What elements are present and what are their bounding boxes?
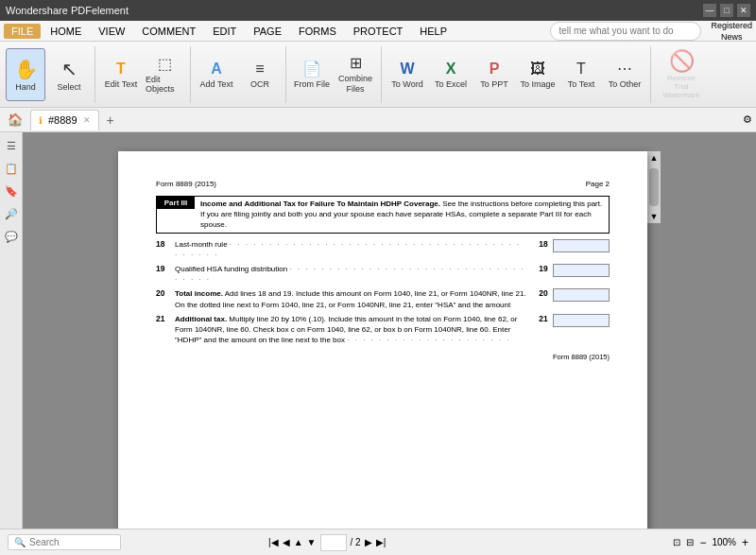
document-tab[interactable]: ℹ #8889 ✕ xyxy=(30,110,99,130)
select-label: Select xyxy=(57,82,80,92)
toolbar-group-basic: ✋ Hand ↖ Select xyxy=(6,46,95,103)
home-nav-button[interactable]: 🏠 xyxy=(4,111,26,129)
page-total-label: / 2 xyxy=(351,537,361,547)
menu-home[interactable]: HOME xyxy=(43,24,89,39)
status-bar: 🔍 |◀ ◀ ▲ ▼ 2 / 2 ▶ ▶| ⊡ ⊟ − 100% + xyxy=(0,529,756,555)
current-page-input[interactable]: 2 xyxy=(320,534,347,551)
add-text-button[interactable]: A Add Text xyxy=(197,48,236,101)
from-file-icon: 📄 xyxy=(302,60,321,78)
pdf-page: Form 8889 (2015) Page 2 Part III Income … xyxy=(118,151,647,529)
scroll-down-button[interactable]: ▼ xyxy=(648,210,661,223)
row-19-desc: Qualified HSA funding distribution · · ·… xyxy=(175,264,534,285)
fit-width-icon[interactable]: ⊟ xyxy=(686,537,694,547)
left-sidebar: ☰ 📋 🔖 🔎 💬 xyxy=(0,132,23,529)
to-other-button[interactable]: ⋯ To Other xyxy=(605,48,644,101)
row-19-label: 19 xyxy=(534,264,553,273)
toolbar-group-files: 📄 From File ⊞ CombineFiles xyxy=(292,46,382,103)
watermark-label: RemoveTrial Watermark xyxy=(657,74,706,99)
pdf-footer: Form 8889 (2015) xyxy=(156,353,610,361)
form-row-18: 18 Last-month rule · · · · · · · · · · ·… xyxy=(156,239,610,260)
add-text-label: Add Text xyxy=(200,79,233,89)
title-bar-text: Wondershare PDFelement xyxy=(6,5,129,16)
title-bar: Wondershare PDFelement — □ ✕ xyxy=(0,0,756,21)
toolbar-search-box xyxy=(550,22,701,41)
row-19-field[interactable] xyxy=(553,264,610,277)
tab-close-button[interactable]: ✕ xyxy=(83,115,91,125)
nav-arrow-up[interactable]: ▲ xyxy=(294,537,303,547)
to-text-button[interactable]: T To Text xyxy=(561,48,601,101)
sidebar-comments-icon[interactable]: 💬 xyxy=(2,227,21,246)
pdf-form-header: Form 8889 (2015) Page 2 xyxy=(156,180,610,188)
menu-file[interactable]: FILE xyxy=(4,24,41,39)
fit-page-icon[interactable]: ⊡ xyxy=(673,537,680,547)
scrollbar[interactable]: ▲ ▼ xyxy=(647,151,661,223)
select-tool-button[interactable]: ↖ Select xyxy=(49,48,89,101)
zoom-out-button[interactable]: − xyxy=(699,536,706,549)
row-21-field[interactable] xyxy=(553,314,610,327)
edit-objects-button[interactable]: ⬚ Edit Objects xyxy=(145,48,184,101)
combine-files-button[interactable]: ⊞ CombineFiles xyxy=(335,48,375,101)
scroll-up-button[interactable]: ▲ xyxy=(648,151,661,165)
first-page-button[interactable]: |◀ xyxy=(268,537,279,547)
sidebar-annotations-icon[interactable]: 🔖 xyxy=(2,182,21,200)
row-18-label: 18 xyxy=(534,239,553,249)
to-word-icon: W xyxy=(400,61,414,78)
sidebar-pages-icon[interactable]: ☰ xyxy=(2,136,21,155)
pdf-footer-form-name: Form 8889 (2015) xyxy=(553,353,610,361)
scroll-thumb[interactable] xyxy=(649,168,659,206)
toolbar-group-convert: W To Word X To Excel P To PPT 🖼 To Image… xyxy=(387,46,651,103)
nav-arrow-down[interactable]: ▼ xyxy=(307,537,317,547)
toolbar-search-input[interactable] xyxy=(550,22,701,41)
menu-comment[interactable]: COMMENT xyxy=(134,24,203,39)
to-ppt-icon: P xyxy=(490,61,500,78)
row-18-desc: Last-month rule · · · · · · · · · · · · … xyxy=(175,239,534,260)
row-21-num: 21 xyxy=(156,314,175,323)
edit-text-button[interactable]: T Edit Text xyxy=(101,48,141,101)
row-21-label: 21 xyxy=(534,314,553,323)
minimize-button[interactable]: — xyxy=(703,4,716,17)
to-excel-button[interactable]: X To Excel xyxy=(431,48,471,101)
zoom-in-button[interactable]: + xyxy=(742,536,748,549)
to-ppt-button[interactable]: P To PPT xyxy=(474,48,514,101)
row-18-num: 18 xyxy=(156,239,175,249)
search-icon: 🔍 xyxy=(14,537,26,547)
watermark-icon: 🚫 xyxy=(669,49,695,74)
form-name: Form 8889 (2015) xyxy=(156,180,216,188)
to-image-button[interactable]: 🖼 To Image xyxy=(518,48,558,101)
to-text-label: To Text xyxy=(568,79,594,89)
combine-files-label: CombineFiles xyxy=(338,74,372,95)
to-word-button[interactable]: W To Word xyxy=(387,48,427,101)
menu-protect[interactable]: PROTECT xyxy=(346,24,411,39)
nav-settings-icon[interactable]: ⚙ xyxy=(743,113,752,126)
nav-bar: 🏠 ℹ #8889 ✕ + ⚙ xyxy=(0,108,756,132)
sidebar-bookmarks-icon[interactable]: 📋 xyxy=(2,159,21,178)
menu-view[interactable]: VIEW xyxy=(91,24,132,39)
close-button[interactable]: ✕ xyxy=(737,4,750,17)
select-icon: ↖ xyxy=(61,58,77,80)
add-tab-button[interactable]: + xyxy=(103,113,118,128)
menu-page[interactable]: PAGE xyxy=(246,24,289,39)
toolbar-group-add: A Add Text ≡ OCR xyxy=(197,46,286,103)
row-18-field[interactable] xyxy=(553,239,610,252)
hand-tool-button[interactable]: ✋ Hand xyxy=(6,48,45,101)
row-20-field[interactable] xyxy=(553,288,610,302)
window-controls: — □ ✕ xyxy=(703,4,750,17)
part-header: Part III Income and Additional Tax for F… xyxy=(156,196,610,234)
last-page-button[interactable]: ▶| xyxy=(376,537,387,547)
watermark-group: 🚫 RemoveTrial Watermark xyxy=(657,49,706,99)
status-search-input[interactable] xyxy=(29,537,105,547)
next-page-button[interactable]: ▶ xyxy=(365,537,372,547)
from-file-button[interactable]: 📄 From File xyxy=(292,48,332,101)
maximize-button[interactable]: □ xyxy=(720,4,733,17)
row-20-num: 20 xyxy=(156,288,175,298)
menu-help[interactable]: HELP xyxy=(412,24,455,39)
form-row-19: 19 Qualified HSA funding distribution · … xyxy=(156,264,610,285)
sidebar-search-icon[interactable]: 🔎 xyxy=(2,204,21,223)
ocr-icon: ≡ xyxy=(255,61,264,78)
menu-forms[interactable]: FORMS xyxy=(291,24,344,39)
menu-edit[interactable]: EDIT xyxy=(205,24,244,39)
ocr-button[interactable]: ≡ OCR xyxy=(240,48,280,101)
toolbar-user-info: Registered News xyxy=(711,21,752,42)
prev-page-button[interactable]: ◀ xyxy=(283,537,290,547)
row-19-num: 19 xyxy=(156,264,175,273)
